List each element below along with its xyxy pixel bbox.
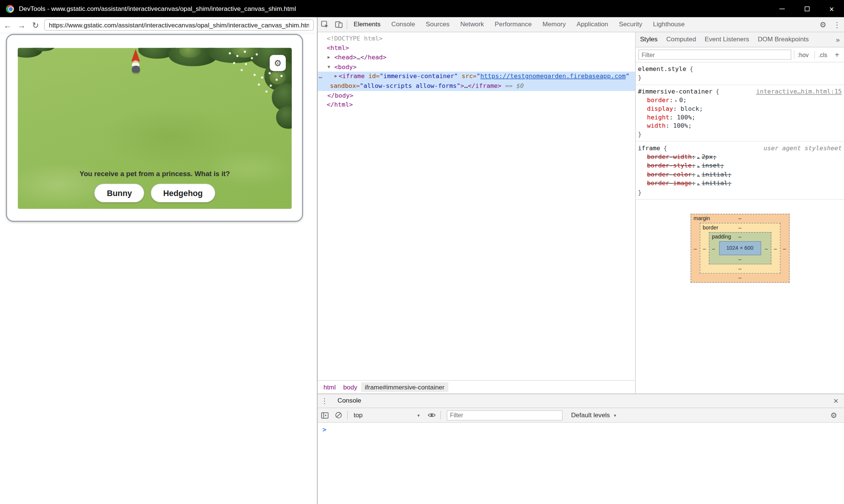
reload-button[interactable]: ↻ [29,18,42,31]
drawer-tab-console[interactable]: Console [332,394,367,408]
tree-line-iframe[interactable]: … ▶ <iframeid="immersive-container"src="… [317,72,635,81]
settings-button[interactable]: ⚙ [816,17,830,32]
reload-icon: ↻ [32,20,39,30]
maximize-button[interactable] [794,0,819,17]
expand-arrow-icon[interactable]: ▸ [696,172,702,177]
tree-line-body-open[interactable]: ▼ <body> [317,62,635,72]
log-levels-selector[interactable]: Default levels▼ [567,411,621,419]
drawer-tabbar: ⋮ Console × [317,394,844,408]
breadcrumb-iframe[interactable]: iframe#immersive-container [361,382,448,392]
tab-elements[interactable]: Elements [348,17,386,32]
tab-styles[interactable]: Styles [636,32,662,47]
expand-arrow-icon[interactable]: ▸ [696,181,702,186]
breadcrumb-html[interactable]: html [320,382,340,392]
url-input[interactable] [45,21,313,29]
css-property-border-style[interactable]: border-style:▸inset; [638,161,843,171]
new-style-rule-button[interactable]: + [830,50,841,59]
devtools-app-icon [6,5,14,13]
console-prompt[interactable]: > [317,423,844,433]
console-sidebar-icon [320,411,328,419]
breadcrumb-body[interactable]: body [340,382,361,392]
clear-console-button[interactable] [332,408,346,422]
device-frame: ⚙ You receive a pet from a princess. Wha… [6,34,303,222]
expand-arrow-icon[interactable]: ▸ [696,163,702,168]
chevron-down-icon: ▼ [613,413,617,417]
more-options-button[interactable]: ⋮ [830,17,844,32]
hedgehog-button[interactable]: Hedgehog [151,184,215,202]
tree-line-iframe-wrap[interactable]: sandbox="allow-scripts allow-forms">…</i… [317,81,635,91]
tab-performance[interactable]: Performance [489,17,537,32]
tree-line-doctype[interactable]: <!DOCTYPE html> [317,34,635,43]
execution-context-selector[interactable]: top▼ [349,411,425,419]
css-selector[interactable]: iframe [638,144,660,152]
more-actions-icon[interactable]: … [319,72,323,81]
expand-arrow-icon[interactable]: ▸ [696,154,702,160]
game-settings-button[interactable]: ⚙ [270,55,286,71]
tree-line-body-close[interactable]: </body> [317,91,635,100]
garden-gnome [128,49,142,77]
close-button[interactable]: × [819,0,844,17]
css-selector[interactable]: #immersive-container [638,88,712,96]
tab-application[interactable]: Application [571,17,614,32]
tab-security[interactable]: Security [613,17,648,32]
css-property-display[interactable]: display: block; [638,105,843,113]
tab-dom-breakpoints[interactable]: DOM Breakpoints [753,32,813,47]
minimize-button[interactable] [770,0,794,17]
tab-sources[interactable]: Sources [420,17,455,32]
prompt-chevron-icon: > [322,427,326,433]
console-messages[interactable]: > [317,423,844,433]
tab-network[interactable]: Network [455,17,489,32]
tab-console[interactable]: Console [386,17,421,32]
tree-line-html-open[interactable]: <html> [317,44,635,53]
drawer-close-button[interactable]: × [828,396,844,406]
expand-arrow-icon[interactable]: ▸ [673,98,679,103]
console-sidebar-button[interactable] [317,408,331,422]
toggle-element-state-button[interactable]: :hov [794,50,812,59]
box-model-border: border– – padding– – 1024 × 600 – [699,223,780,274]
stylesheet-source-link[interactable]: interactive…him.html:15 [756,88,843,96]
box-model-padding: padding– – 1024 × 600 – – [709,232,771,264]
tree-line-head[interactable]: ▶ <head>…</head> [317,53,635,62]
drawer-menu-button[interactable]: ⋮ [317,397,331,405]
close-icon: × [833,396,838,405]
expand-closed-icon[interactable]: ▶ [326,55,331,60]
css-property-border-image[interactable]: border-image:▸initial; [638,179,843,188]
live-expression-button[interactable] [425,408,439,422]
element-classes-button[interactable]: .cls [815,50,830,59]
css-property-width[interactable]: width: 100%; [638,122,843,130]
tab-computed[interactable]: Computed [662,32,700,47]
console-filter-input[interactable] [447,410,562,420]
css-property-height[interactable]: height: 100%; [638,113,843,122]
gear-icon: ⚙ [830,411,837,419]
styles-filter-input[interactable] [639,50,791,60]
css-property-border-color[interactable]: border-color:▸initial; [638,171,843,180]
expand-open-icon[interactable]: ▼ [326,65,331,70]
styles-sidebar: Styles Computed Event Listeners DOM Brea… [635,32,844,394]
box-model-content: 1024 × 600 [719,241,761,255]
elements-tree: <!DOCTYPE html> <html> ▶ <head>…</head> … [317,32,635,380]
toolbar-separator [440,411,441,419]
inspect-icon [320,20,328,29]
tab-memory[interactable]: Memory [537,17,571,32]
tab-lighthouse[interactable]: Lighthouse [648,17,690,32]
tree-line-html-close[interactable]: </html> [317,100,635,110]
expand-closed-icon[interactable]: ▶ [333,74,338,79]
more-tabs-button[interactable]: » [832,36,844,44]
box-model: margin– – border– – padding– – [690,214,790,283]
tab-event-listeners[interactable]: Event Listeners [700,32,753,47]
console-settings-button[interactable]: ⚙ [827,408,841,422]
css-property-border[interactable]: border:▸0; [638,96,843,105]
styles-filter-bar: :hov .cls + [636,47,844,62]
toolbar-right: ⚙ ⋮ [816,17,844,32]
flowers [229,52,231,54]
tree-selected-node[interactable]: … ▶ <iframeid="immersive-container"src="… [317,72,635,91]
css-property-border-width[interactable]: border-width:▸2px; [638,152,843,161]
inspect-element-button[interactable] [317,17,331,32]
device-toolbar-button[interactable] [332,17,346,32]
forward-button[interactable]: → [15,18,28,31]
bunny-button[interactable]: Bunny [94,184,144,202]
css-selector[interactable]: element.style [638,65,686,73]
iframe-src-link[interactable]: https://testgnomegarden.firebaseapp.com [480,72,626,80]
back-button[interactable]: ← [1,18,14,31]
title-bar: DevTools - www.gstatic.com/assistant/int… [0,0,844,17]
